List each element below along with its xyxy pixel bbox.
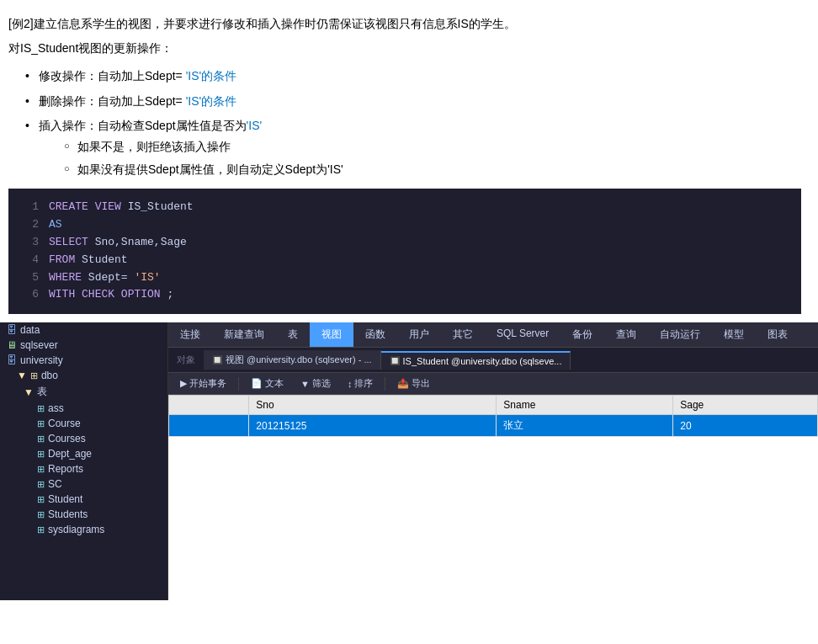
bullet-item-1: 修改操作：自动加上Sdept= 'IS'的条件 — [25, 66, 801, 87]
bullet2-highlight: 'IS'的条件 — [186, 94, 237, 108]
sidebar-student-label: Student — [48, 493, 82, 505]
export-label: 导出 — [412, 377, 430, 390]
sidebar-item-students[interactable]: ⊞ Students — [0, 507, 167, 522]
code-line-2: 2 AS — [8, 216, 801, 234]
code-line-6: 6 WITH CHECK OPTION ; — [8, 286, 801, 304]
filter-button[interactable]: ▼ 筛选 — [295, 375, 336, 391]
sidebar-item-sysdiagrams[interactable]: ⊞ sysdiagrams — [0, 522, 167, 537]
bullet3-highlight: 'IS' — [247, 119, 263, 132]
tables-folder-icon: ▼ — [24, 386, 34, 398]
sidebar-item-sc[interactable]: ⊞ SC — [0, 476, 167, 492]
sidebar-deptage-label: Dept_age — [48, 448, 92, 460]
sidebar-item-university[interactable]: 🗄 university — [0, 353, 167, 368]
menu-new-query[interactable]: 新建查询 — [212, 322, 276, 347]
sidebar-item-dbo[interactable]: ▼ ⊞ dbo — [0, 368, 167, 383]
menu-bar: 连接 新建查询 表 视图 函数 用户 其它 SQL Server 备份 查询 自… — [168, 322, 818, 348]
bottom-panel: 🗄 data 🖥 sqlsever 🗄 university ▼ ⊞ dbo ▼… — [0, 322, 818, 600]
menu-function[interactable]: 函数 — [353, 322, 397, 347]
filter-label: 筛选 — [312, 377, 331, 390]
db-icon: 🗄 — [7, 324, 17, 336]
menu-query[interactable]: 查询 — [604, 322, 648, 347]
title-line: [例2]建立信息系学生的视图，并要求进行修改和插入操作时仍需保证该视图只有信息系… — [8, 13, 801, 35]
bullet-item-2: 删除操作：自动加上Sdept= 'IS'的条件 — [25, 91, 801, 112]
menu-sqlserver[interactable]: SQL Server — [485, 322, 560, 347]
line-num-4: 4 — [19, 252, 39, 269]
code-line-1: 1 CREATE VIEW IS_Student — [8, 199, 801, 216]
data-table-wrapper[interactable]: Sno Sname Sage ▶ 201215125 张立 20 — [168, 395, 818, 600]
menu-other[interactable]: 其它 — [441, 322, 485, 347]
code-content-4: FROM Student — [49, 252, 128, 269]
row-indicator: ▶ — [169, 415, 249, 437]
sidebar-item-courses[interactable]: ⊞ Courses — [0, 431, 167, 446]
menu-model[interactable]: 模型 — [712, 322, 756, 347]
sidebar-item-course[interactable]: ⊞ Course — [0, 416, 167, 431]
sidebar-sqlsever-label: sqlsever — [20, 339, 58, 351]
top-content-area: [例2]建立信息系学生的视图，并要求进行修改和插入操作时仍需保证该视图只有信息系… — [0, 0, 818, 322]
sidebar-item-sqlsever[interactable]: 🖥 sqlsever — [0, 338, 167, 353]
col-sno[interactable]: Sno — [249, 396, 497, 415]
export-button[interactable]: 📤 导出 — [392, 375, 435, 391]
sort-button[interactable]: ↕ 排序 — [343, 375, 379, 391]
line-num-5: 5 — [19, 269, 39, 287]
tab-view-icon: 🔲 — [212, 355, 222, 365]
sidebar-sysdiagrams-label: sysdiagrams — [48, 524, 104, 535]
menu-table[interactable]: 表 — [276, 322, 310, 347]
cell-sno: 201215125 — [249, 415, 497, 437]
sidebar-tables-label: 表 — [37, 385, 47, 399]
sidebar-item-reports[interactable]: ⊞ Reports — [0, 461, 167, 476]
col-sage[interactable]: Sage — [673, 396, 818, 415]
dbo-folder-icon: ▼ — [17, 370, 27, 381]
line-num-6: 6 — [19, 286, 39, 304]
sub-line: 对IS_Student视图的更新操作： — [8, 38, 801, 59]
university-db-icon: 🗄 — [7, 354, 17, 366]
sidebar-university-label: university — [20, 354, 63, 366]
menu-auto-run[interactable]: 自动运行 — [648, 322, 712, 347]
code-line-4: 4 FROM Student — [8, 252, 801, 269]
header-line1: [例2]建立信息系学生的视图，并要求进行修改和插入操作时仍需保证该视图只有信息系… — [8, 17, 516, 30]
tab-bar-label: 对象 — [168, 350, 204, 370]
menu-connect[interactable]: 连接 — [168, 322, 212, 347]
sidebar-item-student[interactable]: ⊞ Student — [0, 492, 167, 507]
bullet-item-3: 插入操作：自动检查Sdept属性值是否为'IS' 如果不是，则拒绝该插入操作 如… — [25, 115, 801, 181]
text-icon: 📄 — [251, 378, 263, 389]
sidebar-course-label: Course — [48, 418, 81, 429]
menu-user[interactable]: 用户 — [397, 322, 441, 347]
main-right: 连接 新建查询 表 视图 函数 用户 其它 SQL Server 备份 查询 自… — [168, 322, 818, 600]
tab-view-university[interactable]: 🔲 视图 @university.dbo (sqlsever) - ... — [204, 350, 381, 370]
sidebar-reports-label: Reports — [48, 463, 83, 475]
sidebar-item-ass[interactable]: ⊞ ass — [0, 401, 167, 416]
bullet2-text: 删除操作：自动加上Sdept= — [39, 94, 186, 108]
sidebar-data-label: data — [20, 324, 40, 336]
course-table-icon: ⊞ — [37, 418, 45, 429]
sidebar-item-tables-folder[interactable]: ▼ 表 — [0, 383, 167, 401]
bullet-list: 修改操作：自动加上Sdept= 'IS'的条件 删除操作：自动加上Sdept= … — [8, 66, 801, 180]
toolbar: ▶ 开始事务 📄 文本 ▼ 筛选 ↕ 排序 📤 导出 — [168, 373, 818, 395]
toolbar-separator-2 — [385, 377, 385, 391]
sidebar[interactable]: 🗄 data 🖥 sqlsever 🗄 university ▼ ⊞ dbo ▼… — [0, 322, 168, 600]
sidebar-item-dept-age[interactable]: ⊞ Dept_age — [0, 446, 167, 461]
sidebar-item-data[interactable]: 🗄 data — [0, 322, 167, 338]
col-sname[interactable]: Sname — [497, 396, 673, 415]
begin-transaction-button[interactable]: ▶ 开始事务 — [175, 375, 231, 391]
students-table-icon: ⊞ — [37, 509, 45, 520]
bullet3-text: 插入操作：自动检查Sdept属性值是否为 — [39, 119, 247, 132]
data-table: Sno Sname Sage ▶ 201215125 张立 20 — [168, 395, 818, 437]
bullet1-highlight: 'IS'的条件 — [186, 69, 237, 82]
menu-chart[interactable]: 图表 — [756, 322, 799, 347]
sidebar-students-label: Students — [48, 508, 88, 520]
sidebar-courses-label: Courses — [48, 433, 86, 444]
sysdiagrams-table-icon: ⊞ — [37, 524, 45, 535]
tab-isstudent[interactable]: 🔲 IS_Student @university.dbo (sqlseve... — [381, 351, 571, 370]
line-num-2: 2 — [19, 216, 39, 234]
server-icon: 🖥 — [7, 339, 17, 351]
table-row[interactable]: ▶ 201215125 张立 20 — [169, 415, 818, 437]
code-content-3: SELECT Sno,Sname,Sage — [49, 234, 187, 252]
menu-view[interactable]: 视图 — [310, 322, 353, 347]
text-button[interactable]: 📄 文本 — [246, 375, 289, 391]
sub-bullet-2: 如果没有提供Sdept属性值，则自动定义Sdept为'IS' — [64, 159, 801, 180]
menu-backup[interactable]: 备份 — [560, 322, 604, 347]
tab-bar: 对象 🔲 视图 @university.dbo (sqlsever) - ...… — [168, 348, 818, 373]
bullet1-text: 修改操作：自动加上Sdept= — [39, 69, 186, 82]
dbo-group-icon: ⊞ — [30, 370, 38, 381]
cell-sage: 20 — [673, 415, 818, 437]
